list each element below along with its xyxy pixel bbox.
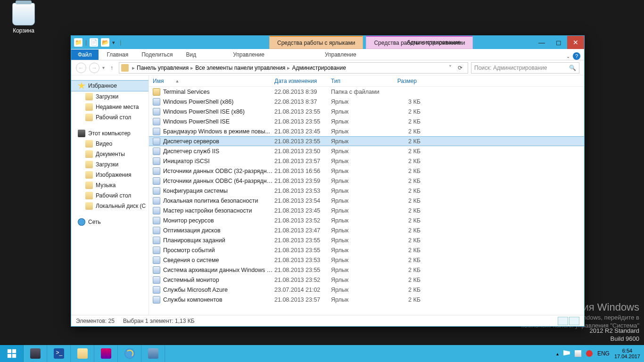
tray-network-icon[interactable] <box>575 350 581 357</box>
breadcrumb[interactable]: ▸ Панель управления ▸ Все элементы панел… <box>119 62 468 74</box>
taskbar-powershell[interactable]: >_ <box>47 345 71 362</box>
status-selection: Выбран 1 элемент: 1,13 КБ <box>123 318 195 324</box>
file-list[interactable]: Terminal Services22.08.2013 8:39Папка с … <box>149 87 584 315</box>
recycle-bin-icon <box>12 3 35 25</box>
sidebar-item[interactable]: Локальный диск (C <box>71 201 149 211</box>
sidebar-item[interactable]: Изображения <box>71 170 149 180</box>
taskbar-app2[interactable] <box>141 345 165 362</box>
refresh-button[interactable]: ⟳ <box>454 65 466 71</box>
file-icon <box>153 256 160 264</box>
sidebar-item[interactable]: Рабочий стол <box>71 190 149 201</box>
view-details-button[interactable] <box>558 317 568 325</box>
file-row[interactable]: Мастер настройки безопасности21.08.2013 … <box>149 206 584 215</box>
sidebar-item[interactable]: Загрузки <box>71 159 149 170</box>
file-row[interactable]: Windows PowerShell (x86)22.08.2013 8:37Я… <box>149 97 584 107</box>
file-icon <box>153 128 160 135</box>
file-icon <box>153 217 160 224</box>
file-row[interactable]: Оптимизация дисков21.08.2013 23:47Ярлык2… <box>149 225 584 235</box>
sidebar-item[interactable]: Видео <box>71 139 149 149</box>
sidebar-item[interactable]: Недавние места <box>71 102 149 112</box>
taskbar-ie[interactable] <box>118 345 141 362</box>
file-row[interactable]: Диспетчер служб IIS21.08.2013 23:50Ярлык… <box>149 146 584 156</box>
ribbon: Файл Главная Поделиться Вид Управление У… <box>71 49 584 60</box>
app-icon[interactable]: 📁 <box>74 38 83 47</box>
file-icon <box>153 98 160 106</box>
file-icon <box>153 88 160 96</box>
tab-view[interactable]: Вид <box>179 49 203 60</box>
title-bar[interactable]: 📁 | 📄 📂 ▾ | Средства работы с ярлыками С… <box>71 36 584 49</box>
file-row[interactable]: Просмотр событий21.08.2013 23:55Ярлык2 К… <box>149 245 584 255</box>
file-row[interactable]: Конфигурация системы21.08.2013 23:53Ярлы… <box>149 186 584 196</box>
file-row[interactable]: Диспетчер серверов21.08.2013 23:55Ярлык2… <box>149 136 584 146</box>
sidebar-favorites[interactable]: Избранное <box>71 80 149 91</box>
crumb-all-items[interactable]: Все элементы панели управления <box>195 65 285 71</box>
qa-properties-icon[interactable]: 📄 <box>90 38 98 47</box>
file-row[interactable]: Монитор ресурсов21.08.2013 23:52Ярлык2 К… <box>149 215 584 225</box>
file-row[interactable]: Источники данных ODBC (32-разрядна...21.… <box>149 166 584 176</box>
file-row[interactable]: Брандмауэр Windows в режиме повы...21.08… <box>149 126 584 136</box>
file-icon <box>153 138 160 145</box>
tab-file[interactable]: Файл <box>71 49 99 60</box>
taskbar-explorer[interactable] <box>71 345 94 362</box>
file-row[interactable]: Системный монитор21.08.2013 23:52Ярлык2 … <box>149 275 584 285</box>
file-row[interactable]: Terminal Services22.08.2013 8:39Папка с … <box>149 87 584 97</box>
svg-rect-2 <box>7 354 11 358</box>
file-row[interactable]: Windows PowerShell ISE (x86)21.08.2013 2… <box>149 107 584 116</box>
status-count: Элементов: 25 <box>76 318 115 324</box>
file-row[interactable]: Планировщик заданий21.08.2013 23:55Ярлык… <box>149 235 584 245</box>
window-title: Администрирование <box>195 39 461 46</box>
tab-share[interactable]: Поделиться <box>135 49 179 60</box>
maximize-button[interactable]: ◻ <box>550 36 567 49</box>
file-row[interactable]: Службы Microsoft Azure23.07.2014 21:02Яр… <box>149 285 584 295</box>
file-row[interactable]: Система архивации данных Windows S...21.… <box>149 265 584 275</box>
minimize-button[interactable]: — <box>533 36 550 49</box>
taskbar-server-manager[interactable] <box>24 345 47 362</box>
taskbar-app1[interactable] <box>94 345 118 362</box>
sidebar-this-pc[interactable]: Этот компьютер <box>71 128 149 139</box>
sidebar-item[interactable]: Загрузки <box>71 91 149 102</box>
svg-rect-3 <box>12 354 16 358</box>
tray-language[interactable]: ENG <box>597 350 610 357</box>
file-row[interactable]: Windows PowerShell ISE21.08.2013 23:55Яр… <box>149 116 584 126</box>
file-row[interactable]: Службы компонентов21.08.2013 23:57Ярлык2… <box>149 295 584 304</box>
svg-rect-1 <box>12 349 16 353</box>
file-icon <box>153 227 160 234</box>
crumb-control-panel[interactable]: Панель управления <box>137 65 189 71</box>
file-icon <box>153 197 160 205</box>
up-button[interactable]: ↑ <box>107 64 116 72</box>
tray-arrow-icon[interactable]: ▴ <box>556 351 559 356</box>
back-button[interactable]: ← <box>76 63 86 73</box>
file-icon <box>153 296 160 304</box>
sidebar-item[interactable]: Музыка <box>71 180 149 190</box>
recycle-bin[interactable]: Корзина <box>7 3 41 34</box>
file-icon <box>153 148 160 155</box>
tab-home[interactable]: Главная <box>100 49 135 60</box>
breadcrumb-dropdown-icon[interactable]: ˅ <box>447 65 454 71</box>
column-headers[interactable]: Имя▲ Дата изменения Тип Размер <box>149 75 584 87</box>
file-row[interactable]: Инициатор iSCSI21.08.2013 23:57Ярлык2 КБ <box>149 156 584 166</box>
qa-newfolder-icon[interactable]: 📂 <box>101 38 109 47</box>
sidebar-network[interactable]: Сеть <box>71 217 149 227</box>
start-button[interactable] <box>0 345 24 362</box>
file-row[interactable]: Сведения о системе21.08.2013 23:53Ярлык2… <box>149 255 584 265</box>
sidebar-item[interactable]: Документы <box>71 149 149 159</box>
tab-manage-shortcut[interactable]: Управление <box>226 49 271 60</box>
tray-flag-icon[interactable] <box>563 350 570 357</box>
file-icon <box>153 187 160 195</box>
search-placeholder: Поиск: Администрирование <box>474 65 547 71</box>
file-row[interactable]: Источники данных ODBC (64-разрядна...21.… <box>149 176 584 186</box>
view-icons-button[interactable] <box>569 317 579 325</box>
forward-button[interactable]: → <box>89 63 99 73</box>
ribbon-expand-icon[interactable]: ⌄ <box>566 54 570 59</box>
close-button[interactable]: ✕ <box>567 36 584 49</box>
crumb-admin-tools[interactable]: Администрирование <box>292 65 346 71</box>
tray-volume-icon[interactable] <box>586 350 593 357</box>
file-icon <box>153 118 160 125</box>
tab-manage-app[interactable]: Управление <box>318 49 363 60</box>
recycle-bin-label: Корзина <box>7 27 41 34</box>
sidebar-item[interactable]: Рабочий стол <box>71 112 149 123</box>
file-row[interactable]: Локальная политика безопасности21.08.201… <box>149 196 584 206</box>
search-input[interactable]: Поиск: Администрирование 🔍 <box>471 62 579 74</box>
tray-clock[interactable]: 6:54 17.04.2017 <box>614 348 640 359</box>
help-icon[interactable]: ? <box>573 52 580 60</box>
